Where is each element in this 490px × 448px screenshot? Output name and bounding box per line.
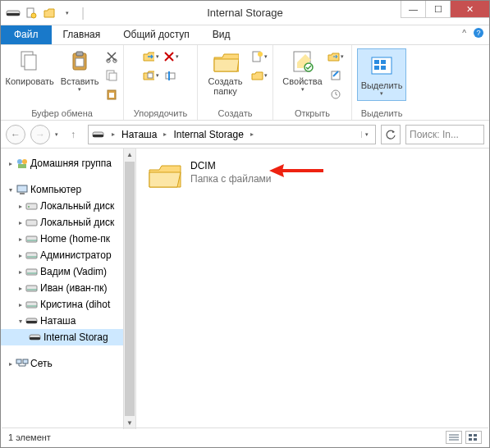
properties-label: Свойства [282,76,322,86]
qat-new-icon[interactable] [24,7,39,19]
paste-label: Вставить [61,76,99,86]
copy-label: Копировать [6,76,54,86]
svg-text:?: ? [476,29,480,37]
tree-local-disk-2[interactable]: ▸Локальный диск [1,214,135,231]
drive-small-icon [92,130,105,139]
svg-rect-29 [374,66,379,70]
svg-rect-51 [23,359,28,363]
svg-rect-18 [166,73,175,79]
open-icon[interactable]: ▾ [327,48,344,65]
svg-rect-27 [374,60,379,64]
close-button[interactable]: ✕ [450,1,489,18]
item-name: DCIM [190,160,272,173]
back-button[interactable]: ← [6,125,25,144]
tree-computer[interactable]: ▾Компьютер [1,181,135,198]
svg-rect-16 [109,93,114,98]
tree-internal-storage[interactable]: Internal Storag [1,329,135,345]
scroll-thumb[interactable] [125,162,135,416]
easy-access-icon[interactable]: ▾ [251,67,268,84]
tree-ivan[interactable]: ▸Иван (иван-пк) [1,280,135,296]
search-placeholder: Поиск: In... [410,129,459,140]
svg-rect-30 [381,66,386,70]
svg-point-3 [31,13,36,18]
address-bar[interactable]: ▸ Наташа ▸ Internal Storage ▸ ▾ [88,125,376,144]
qat-dropdown-icon[interactable]: ▾ [60,7,75,19]
delete-icon[interactable]: ▾ [163,48,179,65]
breadcrumb-natasha[interactable]: Наташа [121,129,157,140]
svg-rect-10 [76,58,84,66]
svg-rect-45 [26,302,37,308]
forward-button[interactable]: → [30,125,50,144]
item-type: Папка с файлами [190,173,272,186]
details-view-icon[interactable] [446,431,462,444]
ribbon: Копировать Вставить ▾ Буфер обмена ▾ ▾ ▾ [1,45,489,121]
paste-dropdown-icon[interactable]: ▾ [78,86,81,93]
window-title: Internal Storage [207,7,283,19]
svg-rect-54 [469,438,472,441]
icons-view-icon[interactable] [465,431,482,444]
select-button[interactable]: Выделить ▾ [357,48,407,101]
ribbon-collapse-icon[interactable]: ^ [462,29,466,38]
rename-icon[interactable] [163,67,179,84]
svg-point-33 [17,159,22,164]
cut-icon[interactable] [103,48,120,65]
scroll-up-icon[interactable]: ▲ [124,149,135,161]
minimize-button[interactable]: — [401,1,425,18]
tree-scrollbar[interactable]: ▲ ▼ [123,149,135,429]
paste-button[interactable]: Вставить ▾ [59,48,101,93]
organize-group-label: Упорядочить [134,108,187,118]
svg-rect-17 [148,73,153,78]
nav-tree: ▸Домашняя группа ▾Компьютер ▸Локальный д… [1,149,136,429]
tree-admin[interactable]: ▸Администратор [1,247,135,263]
new-item-icon[interactable]: ▾ [251,48,268,65]
tab-home[interactable]: Главная [52,25,112,44]
file-list[interactable]: DCIM Папка с файлами [136,149,489,429]
status-bar: 1 элемент [2,427,488,446]
help-icon[interactable]: ? [473,27,484,39]
tree-home[interactable]: ▸Home (home-пк [1,231,135,247]
copy-button[interactable]: Копировать [4,48,56,86]
select-label: Выделить [361,80,403,90]
properties-button[interactable]: Свойства ▾ [281,48,323,93]
svg-rect-43 [26,269,37,275]
svg-rect-1 [7,13,20,16]
up-button[interactable]: ↑ [63,125,83,144]
svg-rect-47 [26,321,37,323]
drive-icon [6,7,21,19]
select-group-label: Выделить [361,108,403,118]
refresh-button[interactable] [381,125,401,144]
tree-natasha[interactable]: ▾Наташа [1,313,135,329]
tree-network[interactable]: ▸Сеть [1,355,135,372]
edit-icon[interactable] [327,67,344,84]
history-dropdown-icon[interactable]: ▾ [55,131,58,138]
ribbon-tabs: Файл Главная Общий доступ Вид ^ ? [1,25,489,45]
history-icon[interactable] [327,86,344,103]
svg-rect-35 [18,164,26,168]
tree-kristina[interactable]: ▸Кристина (dihot [1,296,135,313]
tree-vadim[interactable]: ▸Вадим (Vadim) [1,263,135,280]
breadcrumb-internal-storage[interactable]: Internal Storage [173,129,243,140]
tab-view[interactable]: Вид [201,25,242,44]
new-folder-label: Создать папку [204,76,246,96]
select-dropdown-icon[interactable]: ▾ [380,90,383,97]
paste-shortcut-icon[interactable] [103,86,120,103]
tab-file[interactable]: Файл [1,25,52,44]
search-input[interactable]: Поиск: In... [405,125,484,144]
qat-folder-icon[interactable] [42,7,57,19]
address-dropdown-icon[interactable]: ▾ [361,131,372,138]
tree-homegroup[interactable]: ▸Домашняя группа [1,155,135,171]
svg-rect-9 [76,52,83,56]
new-folder-button[interactable]: Создать папку [203,48,248,96]
svg-rect-52 [469,434,472,437]
svg-rect-37 [20,193,25,194]
tab-share[interactable]: Общий доступ [112,25,201,44]
copy-to-icon[interactable]: ▾ [143,67,159,84]
properties-dropdown-icon[interactable]: ▾ [301,86,305,93]
tree-local-disk-1[interactable]: ▸Локальный диск [1,198,135,214]
svg-point-34 [22,159,27,164]
copy-path-icon[interactable] [103,67,120,84]
move-to-icon[interactable]: ▾ [143,48,159,65]
annotation-arrow-icon [268,162,325,180]
open-group-label: Открыть [295,108,330,118]
maximize-button[interactable]: ☐ [425,1,450,18]
